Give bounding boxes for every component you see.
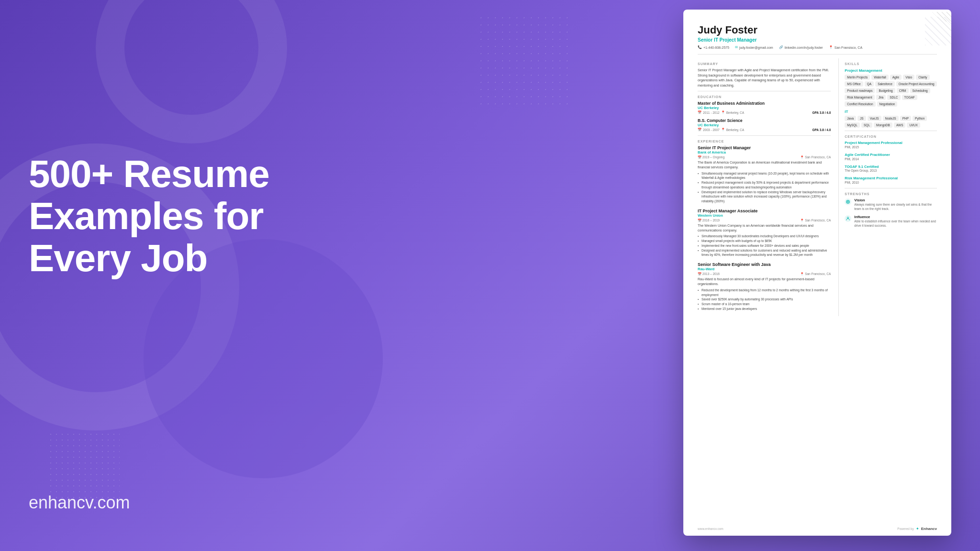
skill-tag: Scheduling xyxy=(910,88,930,93)
exp-entry-2: IT Project Manager Associate Western Uni… xyxy=(698,209,831,257)
bullet-3-4: Mentored over 15 junior java developers xyxy=(698,307,831,311)
site-url: enhancv.com xyxy=(29,493,130,513)
svg-point-1 xyxy=(847,201,849,202)
edu-degree-1: Master of Business Administration xyxy=(698,101,831,106)
exp-company-2: Western Union xyxy=(698,213,831,218)
edu-entry-1: Master of Business Administration UC Ber… xyxy=(698,101,831,114)
skill-tag-sql: SQL xyxy=(861,122,872,128)
location-icon-edu2: 📍 xyxy=(721,128,725,132)
skill-tag: SDLC xyxy=(887,95,900,100)
location-icon-edu1: 📍 xyxy=(721,110,725,114)
resume-card: Judy Foster Senior IT Project Manager 📞 … xyxy=(683,10,951,536)
two-col-layout: SUMMARY Senior IT Project Manager with A… xyxy=(698,58,937,316)
skill-tag: Budgeting xyxy=(876,88,895,93)
svg-point-2 xyxy=(847,217,849,219)
exp-location-2: 📍 San Francisco, CA xyxy=(800,219,831,222)
bullet-2-4: Designed and implemented solutions for c… xyxy=(698,248,831,258)
exp-location-1: 📍 San Francisco, CA xyxy=(800,155,831,159)
main-heading: 500+ Resume Examples for Every Job xyxy=(29,153,364,279)
cert-issuer-1: PMI, 2015 xyxy=(845,145,937,149)
bullet-2-1: Simultaneously Managed 30 subordinates i… xyxy=(698,234,831,239)
skill-tag-uiux: UI/UX xyxy=(907,122,920,128)
linkedin-icon: 🔗 xyxy=(779,45,783,49)
cert-issuer-4: PMI, 2010 xyxy=(845,181,937,184)
card-decoration xyxy=(913,10,951,48)
exp-entry-3: Senior Software Engineer with Java Rau-W… xyxy=(698,262,831,311)
heading-line1: 500+ Resume xyxy=(29,153,364,195)
edu-degree-2: B.S. Computer Science xyxy=(698,118,831,123)
contact-location: 📍 San Fransisco, CA xyxy=(829,45,862,49)
bullet-3-3: Scrum master of a 10-person team xyxy=(698,302,831,307)
edu-dates-2: 📅 2003 - 2007 📍 Berkeley, CA xyxy=(698,128,744,132)
exp-title-1: Senior IT Project Manager xyxy=(698,145,831,150)
exp-company-1: Bank of America xyxy=(698,150,831,154)
contact-line: 📞 +1-440-608-2575 ✉ judy.foster@gmail.co… xyxy=(698,45,937,49)
strength-text-2: Influence Able to establish influence ov… xyxy=(854,215,937,228)
exp-bullets-3: Reduced the development backlog from 12 … xyxy=(698,288,831,311)
location-icon: 📍 xyxy=(829,45,833,49)
cert-name-1: Project Management Professional xyxy=(845,141,937,145)
cert-entry-2: Agile Certified Practitioner PMI, 2014 xyxy=(845,153,937,161)
cert-divider xyxy=(845,188,937,188)
summary-text: Senior IT Project Manager with Agile and… xyxy=(698,68,831,88)
summary-section-title: SUMMARY xyxy=(698,62,831,66)
skill-tag: CRM xyxy=(897,88,909,93)
left-column: SUMMARY Senior IT Project Manager with A… xyxy=(698,58,831,316)
right-column: SKILLS Project Management Merlin Project… xyxy=(838,58,937,316)
powered-by: Powered by ✦ Enhancv xyxy=(897,527,937,531)
skills-section-title: SKILLS xyxy=(845,62,937,66)
edu-meta-2: 📅 2003 - 2007 📍 Berkeley, CA GPA 3.8 / 4… xyxy=(698,128,831,132)
card-footer: www.enhancv.com Powered by ✦ Enhancv xyxy=(683,527,951,531)
edu-dates-1: 📅 2011 - 2012 📍 Berkeley, CA xyxy=(698,110,744,114)
exp-desc-2: The Western Union Company is an American… xyxy=(698,223,831,233)
exp-desc-3: Rau-Ward is focused on almost every kind… xyxy=(698,277,831,287)
calendar-icon-2: 📅 xyxy=(698,128,702,132)
skill-tag-php: PHP xyxy=(900,116,911,121)
strength-entry-1: Vision Always making sure there are clea… xyxy=(845,198,937,211)
phone-icon: 📞 xyxy=(698,45,702,49)
email-icon: ✉ xyxy=(735,45,738,49)
skill-tag: Conflict Resolution xyxy=(845,101,875,107)
influence-icon xyxy=(845,215,851,222)
skill-tag-mysql: MySQL xyxy=(845,122,860,128)
strength-text-1: Vision Always making sure there are clea… xyxy=(854,198,937,211)
bullet-3-2: Saved over $250K annually by automating … xyxy=(698,297,831,302)
exp-location-3: 📍 San Francisco, CA xyxy=(800,272,831,276)
skill-tag: Waterfall xyxy=(871,75,888,80)
contact-linkedin: 🔗 linkedin.com/in/judy.foster xyxy=(779,45,823,49)
skills-it-label: IT xyxy=(845,110,937,114)
skill-tag: Oracle Project Accounting xyxy=(896,81,937,87)
exp-entry-1: Senior IT Project Manager Bank of Americ… xyxy=(698,145,831,204)
skills-divider xyxy=(845,131,937,131)
edu-school-2: UC Berkeley xyxy=(698,123,831,127)
edu-divider xyxy=(698,135,831,136)
bullet-1-1: Simultaneously managed several project t… xyxy=(698,171,831,181)
edu-school-1: UC Berkeley xyxy=(698,106,831,110)
strengths-section-title: STRENGTHS xyxy=(845,192,937,196)
heading-line2: Examples for Every Job xyxy=(29,195,364,279)
skill-tag-java: Java xyxy=(845,116,856,121)
cert-name-2: Agile Certified Practitioner xyxy=(845,153,937,157)
edu-gpa-value-1: 3.8 / 4.0 xyxy=(820,111,831,114)
vision-icon xyxy=(845,198,851,205)
edu-gpa-value-2: 3.8 / 4.0 xyxy=(820,128,831,132)
exp-meta-3: 📅 2013 – 2016 📍 San Francisco, CA xyxy=(698,272,831,276)
contact-phone: 📞 +1-440-608-2575 xyxy=(698,45,729,49)
skill-tag: MS Office xyxy=(845,81,863,87)
bullet-1-3: Developed and implemented solution to re… xyxy=(698,190,831,204)
exp-meta-1: 📅 2019 – Ongoing 📍 San Francisco, CA xyxy=(698,155,831,159)
resume-title: Senior IT Project Manager xyxy=(698,37,937,43)
cert-entry-1: Project Management Professional PMI, 201… xyxy=(845,141,937,149)
cert-entry-4: Risk Management Professional PMI, 2010 xyxy=(845,176,937,184)
cert-issuer-3: The Open Group, 2013 xyxy=(845,169,937,172)
education-section-title: EDUCATION xyxy=(698,95,831,99)
exp-dates-3: 📅 2013 – 2016 xyxy=(698,272,720,276)
cert-entry-3: TOGAF 9.1 Certified The Open Group, 2013 xyxy=(845,165,937,173)
skill-tag: QA xyxy=(865,81,874,87)
cert-name-3: TOGAF 9.1 Certified xyxy=(845,165,937,169)
edu-meta-1: 📅 2011 - 2012 📍 Berkeley, CA GPA 3.8 / 4… xyxy=(698,110,831,114)
edu-gpa-2: GPA 3.8 / 4.0 xyxy=(812,128,831,132)
left-content: 500+ Resume Examples for Every Job xyxy=(29,153,364,279)
skill-tag-nodejs: NodeJS xyxy=(883,116,899,121)
exp-title-2: IT Project Manager Associate xyxy=(698,209,831,213)
